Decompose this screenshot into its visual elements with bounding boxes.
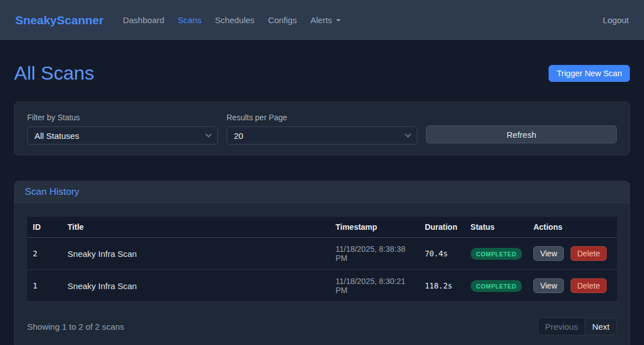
page: SneakyScanner Dashboard Scans Schedules … [0, 0, 644, 345]
filter-perpage-group: Results per Page 20 [227, 113, 417, 145]
scan-timestamp: 11/18/2025, 8:38:38 PM [330, 238, 419, 270]
scan-history-header: Scan History [15, 181, 629, 203]
status-filter-value: All Statuses [34, 131, 79, 141]
column-header-duration: Duration [419, 217, 465, 238]
table-row: 1 Sneaky Infra Scan 11/18/2025, 8:30:21 … [27, 270, 617, 302]
delete-button[interactable]: Delete [571, 278, 607, 293]
scan-id: 2 [27, 238, 62, 270]
view-button[interactable]: View [533, 246, 564, 261]
nav-item-schedules[interactable]: Schedules [208, 11, 262, 29]
chevron-down-icon [404, 131, 411, 137]
scan-duration: 118.2s [419, 270, 465, 302]
pagination-next-button[interactable]: Next [585, 317, 617, 335]
main-content: All Scans Trigger New Scan Filter by Sta… [0, 62, 644, 345]
scan-title: Sneaky Infra Scan [62, 270, 330, 302]
status-badge: COMPLETED [471, 280, 522, 292]
filter-status-group: Filter by Status All Statuses [27, 113, 218, 145]
nav-item-alerts-dropdown[interactable]: Alerts [303, 11, 347, 29]
scan-duration: 70.4s [419, 238, 465, 270]
scan-history-table: ID Title Timestamp Duration Status Actio… [27, 217, 617, 302]
column-header-title: Title [62, 217, 330, 238]
page-header: All Scans Trigger New Scan [14, 62, 630, 84]
trigger-new-scan-button[interactable]: Trigger New Scan [549, 65, 630, 82]
results-summary: Showing 1 to 2 of 2 scans [27, 322, 124, 331]
nav-item-alerts-label: Alerts [310, 15, 332, 25]
column-header-actions: Actions [528, 217, 617, 238]
brand-logo[interactable]: SneakyScanner [15, 14, 103, 27]
per-page-select[interactable]: 20 [227, 126, 417, 145]
delete-button[interactable]: Delete [571, 246, 607, 261]
status-badge: COMPLETED [471, 248, 522, 260]
status-filter-select[interactable]: All Statuses [27, 126, 218, 145]
pagination: Previous Next [538, 317, 617, 335]
view-button[interactable]: View [533, 278, 564, 293]
nav-item-dashboard[interactable]: Dashboard [116, 11, 171, 29]
scan-title: Sneaky Infra Scan [62, 238, 330, 270]
page-title: All Scans [14, 62, 94, 84]
per-page-value: 20 [234, 131, 243, 141]
refresh-button[interactable]: Refresh [426, 125, 617, 143]
scan-actions-cell: View Delete [528, 270, 617, 302]
pagination-previous-button[interactable]: Previous [538, 317, 585, 335]
logout-link[interactable]: Logout [603, 15, 629, 25]
per-page-label: Results per Page [227, 113, 417, 122]
table-header-row: ID Title Timestamp Duration Status Actio… [27, 217, 617, 238]
caret-down-icon [336, 19, 341, 21]
scan-timestamp: 11/18/2025, 8:30:21 PM [330, 270, 419, 302]
table-footer: Showing 1 to 2 of 2 scans Previous Next [27, 317, 617, 335]
table-row: 2 Sneaky Infra Scan 11/18/2025, 8:38:38 … [27, 238, 617, 270]
chevron-down-icon [205, 131, 211, 137]
filter-refresh-group: Refresh [426, 113, 617, 145]
nav-item-configs[interactable]: Configs [262, 11, 304, 29]
scan-status-cell: COMPLETED [465, 238, 528, 270]
scan-history-card: Scan History ID Title Timestamp Duration… [14, 181, 630, 345]
scan-status-cell: COMPLETED [465, 270, 528, 302]
column-header-id: ID [27, 217, 62, 238]
nav-links: Dashboard Scans Schedules Configs Alerts [116, 11, 347, 29]
navbar: SneakyScanner Dashboard Scans Schedules … [0, 0, 644, 40]
scan-actions-cell: View Delete [528, 238, 617, 270]
nav-item-scans[interactable]: Scans [171, 11, 208, 29]
scan-id: 1 [27, 270, 62, 302]
filter-status-label: Filter by Status [27, 113, 218, 122]
column-header-status: Status [465, 217, 528, 238]
column-header-timestamp: Timestamp [330, 217, 419, 238]
scan-history-body: ID Title Timestamp Duration Status Actio… [15, 203, 629, 345]
filter-card: Filter by Status All Statuses Results pe… [14, 102, 630, 155]
